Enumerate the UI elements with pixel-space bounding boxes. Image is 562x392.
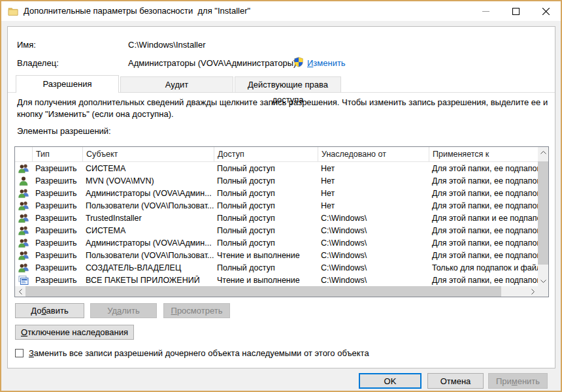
table-row[interactable]: Разрешить ВСЕ ПАКЕТЫ ПРИЛОЖЕНИЙ Чтение и…	[15, 274, 538, 286]
ok-button[interactable]: OK	[359, 373, 422, 389]
table-row[interactable]: Разрешить Пользователи (VOVA\Пользоват..…	[15, 249, 538, 261]
cell-inherited: Нет	[318, 201, 429, 210]
apps-icon	[18, 275, 29, 286]
dialog-body: Имя: C:\Windows\Installer Владелец: Адми…	[7, 26, 555, 368]
table-row[interactable]: Разрешить MVN (VOVA\MVN) Полный доступ Н…	[15, 174, 538, 187]
cell-inherited: C:\Windows\	[318, 276, 429, 285]
row-principal-icon	[15, 275, 32, 286]
apply-button[interactable]: Применить	[488, 373, 548, 389]
cell-inherited: Нет	[318, 176, 429, 186]
row-principal-icon	[15, 263, 32, 273]
scroll-left-icon[interactable]	[15, 286, 25, 297]
cell-type: Разрешить	[32, 201, 82, 210]
column-header[interactable]: Тип	[32, 147, 82, 161]
cell-access: Полный доступ	[214, 176, 318, 186]
cell-access: Полный доступ	[214, 214, 318, 223]
row-principal-icon	[15, 163, 32, 174]
cell-applies: Только для подпапок и файлов	[429, 263, 538, 272]
table-header: ТипСубъектДоступУнаследовано отПрименяет…	[15, 147, 538, 162]
cell-subject: Пользователи (VOVA\Пользоват...	[82, 201, 214, 210]
cell-access: Полный доступ	[214, 189, 318, 198]
cell-subject: TrustedInstaller	[82, 214, 214, 223]
advanced-security-dialog: Дополнительные параметры безопасности дл…	[0, 0, 562, 392]
cell-type: Разрешить	[32, 226, 82, 235]
cell-inherited: C:\Windows\	[318, 226, 429, 235]
replace-permissions-label: Заменить все записи разрешений дочернего…	[29, 348, 369, 358]
cell-applies: Для этой папки, ее подпапок и файлов	[429, 189, 538, 198]
horizontal-scroll-thumb[interactable]	[25, 286, 501, 297]
cell-access: Полный доступ	[214, 226, 318, 235]
column-header[interactable]: Доступ	[214, 147, 318, 161]
cell-type: Разрешить	[32, 276, 82, 285]
folder-icon	[8, 6, 18, 16]
scroll-right-icon[interactable]	[527, 286, 538, 297]
scrollbar-corner	[538, 286, 548, 297]
minimize-button[interactable]	[471, 1, 501, 21]
remove-button[interactable]: Удалить	[90, 303, 157, 318]
close-button[interactable]	[531, 1, 561, 21]
add-button[interactable]: Добавить	[15, 303, 84, 318]
change-owner-link[interactable]: Изменить	[307, 58, 346, 68]
row-principal-icon	[15, 238, 32, 248]
row-principal-icon	[15, 225, 32, 236]
group-icon	[18, 201, 29, 211]
table-row[interactable]: Разрешить Пользователи (VOVA\Пользоват..…	[15, 199, 538, 212]
user-icon	[18, 176, 29, 186]
window-title: Дополнительные параметры безопасности дл…	[24, 6, 250, 16]
tab[interactable]: Аудит	[120, 76, 233, 93]
cell-type: Разрешить	[32, 189, 82, 198]
group-icon	[18, 163, 29, 174]
row-principal-icon	[15, 213, 32, 223]
group-icon	[18, 213, 29, 223]
scroll-up-icon[interactable]	[538, 147, 548, 157]
table-row[interactable]: Разрешить Администраторы (VOVA\Админ... …	[15, 237, 538, 249]
view-button[interactable]: Просмотреть	[163, 303, 230, 318]
column-header[interactable]: Унаследовано от	[318, 147, 429, 161]
replace-permissions-checkbox[interactable]	[15, 349, 24, 357]
cell-subject: СИСТЕМА	[82, 226, 214, 235]
title-bar: Дополнительные параметры безопасности дл…	[1, 1, 561, 21]
cell-subject: Пользователи (VOVA\Пользоват...	[82, 251, 214, 260]
group-icon	[18, 188, 29, 199]
column-header[interactable]: Применяется к	[429, 147, 538, 161]
horizontal-scrollbar[interactable]	[15, 286, 538, 297]
cell-inherited: C:\Windows\	[318, 214, 429, 223]
table-row[interactable]: Разрешить TrustedInstaller Полный доступ…	[15, 212, 538, 224]
cell-inherited: C:\Windows\	[318, 263, 429, 272]
cancel-button[interactable]: Отмена	[427, 373, 484, 389]
tab-strip: РазрешенияАудитДействующие права доступа	[8, 75, 555, 93]
footer-bar: OK Отмена Применить	[1, 368, 561, 391]
description-text: Для получения дополнительных сведений дв…	[17, 97, 550, 120]
cell-subject: Администраторы (VOVA\Админ...	[82, 189, 214, 198]
tab[interactable]: Разрешения	[16, 75, 119, 93]
cell-access: Полный доступ	[214, 201, 318, 210]
tab[interactable]: Действующие права доступа	[235, 76, 341, 93]
maximize-button[interactable]	[501, 1, 531, 21]
table-row[interactable]: Разрешить СОЗДАТЕЛЬ-ВЛАДЕЛЕЦ Полный дост…	[15, 261, 538, 274]
row-principal-icon	[15, 188, 32, 199]
table-row[interactable]: Разрешить СИСТЕМА Полный доступ Нет Для …	[15, 162, 538, 174]
table-row[interactable]: Разрешить СИСТЕМА Полный доступ C:\Windo…	[15, 224, 538, 237]
column-header[interactable]: Субъект	[82, 147, 214, 161]
window-controls	[471, 1, 561, 21]
cell-access: Чтение и выполнение	[214, 251, 318, 260]
cell-applies: Для этой папки, ее подпапок и файлов	[429, 201, 538, 210]
uac-shield-icon	[293, 57, 304, 67]
cell-access: Чтение и выполнение	[214, 276, 318, 285]
vertical-scroll-thumb[interactable]	[538, 161, 548, 265]
cell-subject: ВСЕ ПАКЕТЫ ПРИЛОЖЕНИЙ	[82, 276, 214, 285]
cell-subject: СОЗДАТЕЛЬ-ВЛАДЕЛЕЦ	[82, 263, 214, 272]
group-icon	[18, 250, 29, 261]
table-row[interactable]: Разрешить Администраторы (VOVA\Админ... …	[15, 187, 538, 199]
vertical-scrollbar[interactable]	[538, 147, 548, 286]
row-principal-icon	[15, 176, 32, 186]
disable-inheritance-button[interactable]: Отключение наследования	[15, 325, 134, 340]
cell-type: Разрешить	[32, 164, 82, 173]
cell-type: Разрешить	[32, 238, 82, 248]
owner-value: Администраторы (VOVA\Администраторы)	[128, 58, 296, 68]
cell-access: Полный доступ	[214, 164, 318, 173]
cell-inherited: C:\Windows\	[318, 238, 429, 248]
group-icon	[18, 263, 29, 273]
column-header[interactable]	[15, 147, 32, 161]
scroll-down-icon[interactable]	[538, 276, 548, 286]
